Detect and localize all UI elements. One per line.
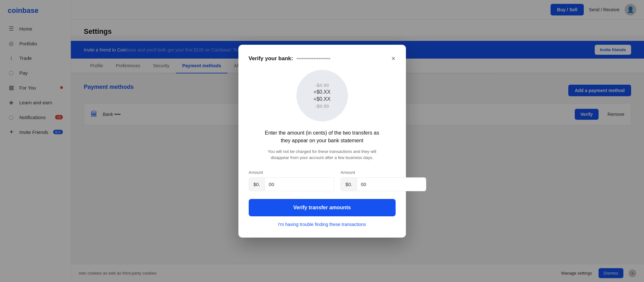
amount-prefix-1: $0. [249, 178, 265, 191]
verify-bank-modal: Verify your bank: •••••••••••••••••••• ×… [238, 45, 406, 238]
amount-label-1: Amount [249, 170, 334, 175]
amount-prefix-2: $0. [341, 178, 357, 191]
amount-input-group-1: $0. [249, 177, 334, 191]
amount-line-1: -$4.99 [315, 82, 329, 88]
amount-field-1: Amount $0. [249, 170, 334, 191]
modal-subtext: You will not be charged for these transa… [249, 148, 396, 161]
amount-line-4: -$9.99 [315, 103, 329, 109]
amount-input-group-2: $0. [341, 177, 426, 191]
amount-line-3: +$0.XX [313, 96, 331, 102]
amount-input-1[interactable] [265, 178, 334, 191]
app-container: coinbase ☰ Home ◎ Portfolio ↕ Trade ◌ Pa… [0, 0, 644, 282]
modal-instructions: Enter the amount (in cents) of the two t… [249, 129, 396, 145]
trouble-link-anchor[interactable]: I'm having trouble finding these transac… [278, 222, 366, 227]
amount-field-2: Amount $0. [341, 170, 426, 191]
modal-overlay[interactable]: Verify your bank: •••••••••••••••••••• ×… [0, 0, 644, 282]
trouble-link: I'm having trouble finding these transac… [249, 221, 396, 227]
amount-line-2: +$0.XX [313, 89, 331, 95]
modal-title: Verify your bank: •••••••••••••••••••• [249, 55, 331, 62]
amount-inputs: Amount $0. Amount $0. [249, 170, 396, 191]
modal-header: Verify your bank: •••••••••••••••••••• × [249, 55, 396, 62]
amount-label-2: Amount [341, 170, 426, 175]
amounts-circle: -$4.99 +$0.XX +$0.XX -$9.99 [296, 70, 348, 121]
amount-input-2[interactable] [357, 178, 426, 191]
modal-bank-masked: •••••••••••••••••••• [296, 56, 330, 61]
modal-close-button[interactable]: × [391, 55, 396, 62]
verify-transfer-button[interactable]: Verify transfer amounts [249, 199, 396, 216]
